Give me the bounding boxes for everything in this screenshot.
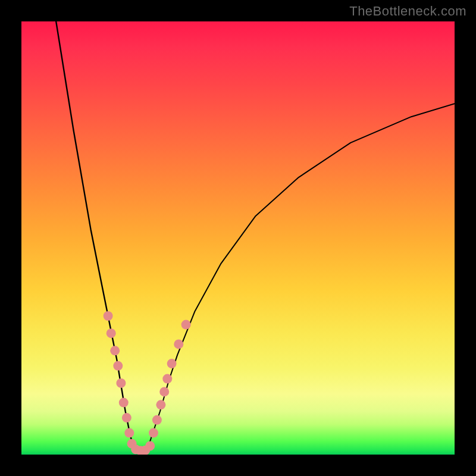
data-point [110, 346, 120, 355]
data-point [104, 311, 113, 321]
data-point [119, 398, 129, 408]
chart-svg [21, 21, 455, 455]
data-point [113, 361, 123, 371]
plot-area [21, 21, 455, 455]
data-point [116, 378, 126, 388]
data-point [181, 320, 191, 330]
data-point [149, 428, 158, 438]
watermark-text: TheBottleneck.com [349, 4, 466, 19]
data-point [124, 428, 134, 438]
data-point [145, 441, 155, 450]
bottleneck-curve-right [147, 104, 455, 450]
data-point [162, 374, 172, 384]
data-point [156, 400, 165, 409]
data-point [174, 339, 183, 349]
data-markers [104, 311, 191, 455]
data-point [122, 413, 131, 422]
data-point [107, 328, 116, 338]
data-point [159, 387, 169, 396]
chart-frame: TheBottleneck.com [0, 0, 476, 476]
data-point [167, 359, 177, 368]
data-point [152, 415, 162, 425]
